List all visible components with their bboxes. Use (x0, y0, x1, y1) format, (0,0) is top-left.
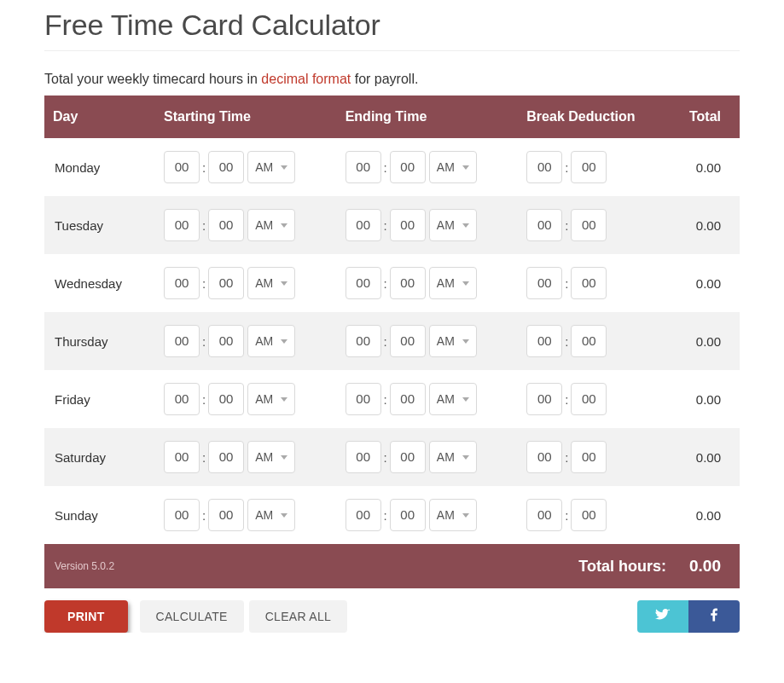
ampm-select[interactable]: AM (247, 441, 295, 473)
colon: : (381, 276, 390, 291)
facebook-share-button[interactable] (688, 600, 740, 633)
hour-input[interactable]: 00 (526, 499, 562, 531)
table-row: Wednesday00:00 AM00:00 AM00:000.00 (44, 254, 740, 312)
ampm-select[interactable]: AM (247, 267, 295, 299)
minute-input[interactable]: 00 (571, 267, 607, 299)
hour-input[interactable]: 00 (346, 325, 381, 357)
hour-input[interactable]: 00 (346, 151, 381, 183)
ampm-value: AM (437, 160, 455, 174)
ampm-select[interactable]: AM (429, 209, 477, 241)
ampm-select[interactable]: AM (247, 383, 295, 415)
ending-time-cell: 00:00 AM (337, 428, 519, 486)
minute-input[interactable]: 00 (208, 151, 244, 183)
hour-input[interactable]: 00 (164, 383, 200, 415)
minute-input[interactable]: 00 (208, 499, 244, 531)
starting-time-cell: 00:00 AM (155, 370, 337, 428)
hour-input[interactable]: 00 (526, 151, 562, 183)
minute-input[interactable]: 00 (208, 209, 244, 241)
minute-input[interactable]: 00 (390, 441, 426, 473)
twitter-share-button[interactable] (637, 600, 688, 633)
ampm-value: AM (437, 508, 455, 522)
minute-input[interactable]: 00 (208, 441, 244, 473)
minute-input[interactable]: 00 (390, 267, 426, 299)
hour-input[interactable]: 00 (164, 151, 200, 183)
ending-time-cell: 00:00 AM (337, 312, 519, 370)
hour-input[interactable]: 00 (164, 441, 200, 473)
row-total: 0.00 (671, 486, 740, 544)
ampm-select[interactable]: AM (429, 151, 477, 183)
ampm-select[interactable]: AM (429, 441, 477, 473)
col-start: Starting Time (155, 96, 337, 138)
day-cell: Tuesday (44, 196, 155, 254)
minute-input[interactable]: 00 (571, 441, 607, 473)
break-cell: 00:00 (518, 254, 671, 312)
ampm-select[interactable]: AM (429, 267, 477, 299)
col-total: Total (671, 96, 740, 138)
minute-input[interactable]: 00 (208, 325, 244, 357)
ampm-select[interactable]: AM (429, 499, 477, 531)
chevron-down-icon (281, 455, 287, 460)
ampm-select[interactable]: AM (247, 151, 295, 183)
hour-input[interactable]: 00 (164, 499, 200, 531)
colon: : (200, 276, 208, 291)
starting-time-cell: 00:00 AM (155, 312, 337, 370)
hour-input[interactable]: 00 (526, 383, 562, 415)
ampm-select[interactable]: AM (247, 325, 295, 357)
table-row: Monday00:00 AM00:00 AM00:000.00 (44, 138, 740, 196)
break-cell: 00:00 (518, 428, 671, 486)
hour-input[interactable]: 00 (526, 441, 562, 473)
chevron-down-icon (462, 455, 469, 460)
starting-time-cell: 00:00 AM (155, 486, 337, 544)
hour-input[interactable]: 00 (346, 441, 381, 473)
intro-suffix: for payroll. (351, 72, 418, 86)
break-cell: 00:00 (518, 486, 671, 544)
minute-input[interactable]: 00 (390, 499, 426, 531)
hour-input[interactable]: 00 (526, 325, 562, 357)
facebook-icon (706, 607, 722, 626)
ampm-select[interactable]: AM (247, 499, 295, 531)
page-title: Free Time Card Calculator (44, 9, 740, 51)
print-button[interactable]: PRINT (44, 600, 128, 633)
minute-input[interactable]: 00 (571, 383, 607, 415)
minute-input[interactable]: 00 (390, 383, 426, 415)
col-day: Day (44, 96, 155, 138)
minute-input[interactable]: 00 (390, 325, 426, 357)
hour-input[interactable]: 00 (346, 499, 381, 531)
hour-input[interactable]: 00 (346, 209, 381, 241)
hour-input[interactable]: 00 (164, 267, 200, 299)
chevron-down-icon (462, 223, 469, 228)
minute-input[interactable]: 00 (208, 383, 244, 415)
clear-all-button[interactable]: CLEAR ALL (249, 600, 347, 633)
minute-input[interactable]: 00 (571, 325, 607, 357)
table-row: Saturday00:00 AM00:00 AM00:000.00 (44, 428, 740, 486)
hour-input[interactable]: 00 (164, 209, 200, 241)
hour-input[interactable]: 00 (526, 209, 562, 241)
minute-input[interactable]: 00 (208, 267, 244, 299)
hour-input[interactable]: 00 (526, 267, 562, 299)
total-hours-label: Total hours: (337, 544, 671, 588)
minute-input[interactable]: 00 (390, 151, 426, 183)
ampm-value: AM (255, 450, 273, 464)
ending-time-cell: 00:00 AM (337, 486, 519, 544)
day-cell: Friday (44, 370, 155, 428)
hour-input[interactable]: 00 (346, 267, 381, 299)
minute-input[interactable]: 00 (571, 151, 607, 183)
intro-link[interactable]: decimal format (261, 72, 351, 86)
minute-input[interactable]: 00 (571, 499, 607, 531)
hour-input[interactable]: 00 (346, 383, 381, 415)
ampm-select[interactable]: AM (429, 325, 477, 357)
colon: : (200, 334, 208, 349)
ampm-select[interactable]: AM (429, 383, 477, 415)
ampm-select[interactable]: AM (247, 209, 295, 241)
header-row: Day Starting Time Ending Time Break Dedu… (44, 96, 740, 138)
chevron-down-icon (281, 397, 287, 402)
hour-input[interactable]: 00 (164, 325, 200, 357)
calculate-button[interactable]: CALCULATE (140, 600, 244, 633)
ampm-value: AM (437, 218, 455, 232)
colon: : (200, 508, 208, 523)
colon: : (562, 508, 571, 523)
minute-input[interactable]: 00 (390, 209, 426, 241)
version-label: Version 5.0.2 (44, 544, 337, 588)
break-cell: 00:00 (518, 370, 671, 428)
minute-input[interactable]: 00 (571, 209, 607, 241)
